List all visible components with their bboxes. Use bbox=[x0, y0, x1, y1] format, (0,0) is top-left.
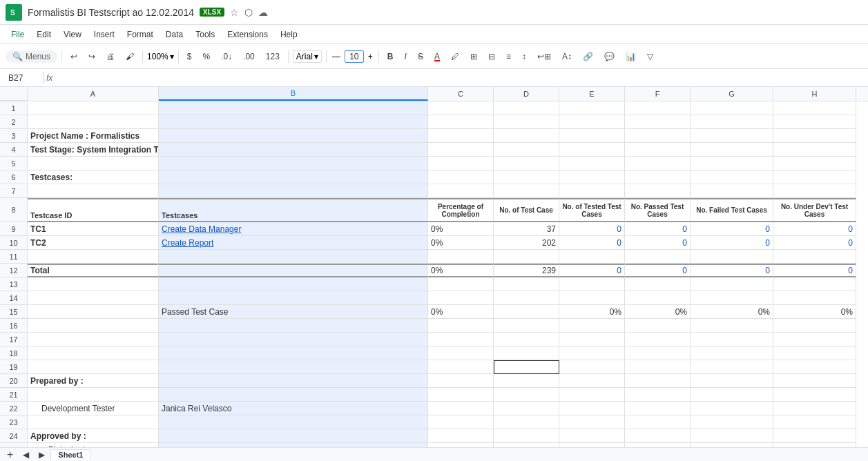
cell-a3[interactable]: Project Name : Formalistics bbox=[28, 129, 159, 143]
cell-f17[interactable] bbox=[625, 333, 691, 346]
row-num-20[interactable]: 20 bbox=[0, 374, 28, 388]
cell-g10[interactable]: 0 bbox=[691, 236, 773, 250]
cell-h1[interactable] bbox=[773, 101, 856, 115]
cell-e13[interactable] bbox=[559, 277, 625, 291]
cell-d7[interactable] bbox=[494, 184, 559, 198]
cell-f3[interactable] bbox=[625, 129, 691, 143]
cell-h20[interactable] bbox=[773, 374, 856, 388]
cell-h12[interactable]: 0 bbox=[773, 264, 856, 277]
cell-e16[interactable] bbox=[559, 319, 625, 333]
cell-c11[interactable] bbox=[428, 250, 494, 264]
cloud-icon[interactable]: ☁ bbox=[258, 7, 268, 18]
row-num-2[interactable]: 2 bbox=[0, 115, 28, 129]
cell-e15[interactable]: 0% bbox=[559, 305, 625, 319]
cell-a13[interactable] bbox=[28, 277, 159, 291]
cell-f4[interactable] bbox=[625, 143, 691, 157]
menu-tools[interactable]: Tools bbox=[190, 28, 220, 41]
col-header-d[interactable]: D bbox=[494, 87, 559, 101]
cell-h19[interactable] bbox=[773, 360, 856, 374]
cell-b21[interactable] bbox=[159, 388, 428, 402]
menu-edit[interactable]: Edit bbox=[31, 28, 57, 41]
cell-reference[interactable]: B27 bbox=[6, 72, 40, 84]
cell-a2[interactable] bbox=[28, 115, 159, 129]
col-header-b[interactable]: B bbox=[159, 87, 428, 101]
cell-f22[interactable] bbox=[625, 402, 691, 415]
cell-e20[interactable] bbox=[559, 374, 625, 388]
cell-a19[interactable] bbox=[28, 360, 159, 374]
row-num-22[interactable]: 22 bbox=[0, 402, 28, 415]
row-num-11[interactable]: 11 bbox=[0, 250, 28, 264]
cell-g12[interactable]: 0 bbox=[691, 264, 773, 277]
decimal-increase-button[interactable]: .00 bbox=[239, 50, 259, 63]
chart-button[interactable]: 📊 bbox=[621, 50, 640, 63]
cell-c22[interactable] bbox=[428, 402, 494, 415]
row-num-21[interactable]: 21 bbox=[0, 388, 28, 402]
cell-b1[interactable] bbox=[159, 101, 428, 115]
star-icon[interactable]: ☆ bbox=[230, 7, 239, 18]
cell-a17[interactable] bbox=[28, 333, 159, 346]
cell-d17[interactable] bbox=[494, 333, 559, 346]
cell-d19[interactable] bbox=[494, 360, 559, 374]
valign-button[interactable]: ↕ bbox=[518, 50, 530, 63]
cell-c17[interactable] bbox=[428, 333, 494, 346]
cell-e14[interactable] bbox=[559, 291, 625, 305]
cell-a23[interactable] bbox=[28, 415, 159, 429]
cell-e8[interactable]: No. of Tested Test Cases bbox=[559, 198, 625, 222]
cell-b4[interactable] bbox=[159, 143, 428, 157]
cell-c8[interactable]: Percentage of Completion bbox=[428, 198, 494, 222]
cell-h7[interactable] bbox=[773, 184, 856, 198]
row-num-9[interactable]: 9 bbox=[0, 222, 28, 236]
cell-b6[interactable] bbox=[159, 170, 428, 184]
cell-b15[interactable]: Passed Test Case bbox=[159, 305, 428, 319]
cell-h25[interactable] bbox=[773, 443, 856, 447]
cell-h14[interactable] bbox=[773, 291, 856, 305]
cell-a15[interactable] bbox=[28, 305, 159, 319]
cell-e6[interactable] bbox=[559, 170, 625, 184]
cell-g18[interactable] bbox=[691, 346, 773, 360]
cell-e24[interactable] bbox=[559, 429, 625, 443]
row-num-4[interactable]: 4 bbox=[0, 143, 28, 157]
cell-b25[interactable] bbox=[159, 443, 428, 447]
cell-g11[interactable] bbox=[691, 250, 773, 264]
cell-c14[interactable] bbox=[428, 291, 494, 305]
cell-g14[interactable] bbox=[691, 291, 773, 305]
cell-b14[interactable] bbox=[159, 291, 428, 305]
cell-b23[interactable] bbox=[159, 415, 428, 429]
cell-d13[interactable] bbox=[494, 277, 559, 291]
cell-f2[interactable] bbox=[625, 115, 691, 129]
menus-button[interactable]: 🔍 Menus bbox=[6, 50, 57, 63]
highlight-button[interactable]: 🖊 bbox=[447, 50, 463, 63]
cell-c5[interactable] bbox=[428, 157, 494, 170]
cell-d21[interactable] bbox=[494, 388, 559, 402]
sheet-nav-right[interactable]: ▶ bbox=[35, 448, 49, 462]
cell-e23[interactable] bbox=[559, 415, 625, 429]
row-num-19[interactable]: 19 bbox=[0, 360, 28, 374]
cell-c25[interactable] bbox=[428, 443, 494, 447]
cell-a11[interactable] bbox=[28, 250, 159, 264]
row-num-5[interactable]: 5 bbox=[0, 157, 28, 170]
cell-g15[interactable]: 0% bbox=[691, 305, 773, 319]
cell-a6[interactable]: Testcases: bbox=[28, 170, 159, 184]
cell-b9[interactable]: Create Data Manager bbox=[159, 222, 428, 236]
cell-d3[interactable] bbox=[494, 129, 559, 143]
cell-c16[interactable] bbox=[428, 319, 494, 333]
italic-button[interactable]: I bbox=[401, 50, 411, 63]
cell-c3[interactable] bbox=[428, 129, 494, 143]
cell-b24[interactable] bbox=[159, 429, 428, 443]
cell-e2[interactable] bbox=[559, 115, 625, 129]
row-num-24[interactable]: 24 bbox=[0, 429, 28, 443]
cell-g6[interactable] bbox=[691, 170, 773, 184]
cell-e5[interactable] bbox=[559, 157, 625, 170]
cell-h6[interactable] bbox=[773, 170, 856, 184]
cell-b5[interactable] bbox=[159, 157, 428, 170]
cell-a8[interactable]: Testcase ID bbox=[28, 198, 159, 222]
cell-h11[interactable] bbox=[773, 250, 856, 264]
cell-f16[interactable] bbox=[625, 319, 691, 333]
cell-g13[interactable] bbox=[691, 277, 773, 291]
cell-f20[interactable] bbox=[625, 374, 691, 388]
cell-b20[interactable] bbox=[159, 374, 428, 388]
cell-d14[interactable] bbox=[494, 291, 559, 305]
cell-e19[interactable] bbox=[559, 360, 625, 374]
cell-c12[interactable]: 0% bbox=[428, 264, 494, 277]
cell-h21[interactable] bbox=[773, 388, 856, 402]
